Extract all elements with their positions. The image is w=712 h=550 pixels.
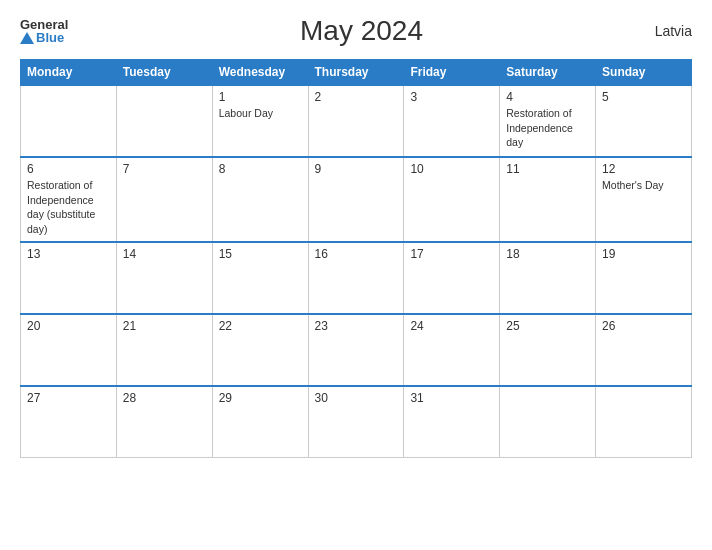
day-number: 1 xyxy=(219,90,302,104)
calendar-cell: 28 xyxy=(116,386,212,458)
month-title: May 2024 xyxy=(300,15,423,47)
col-monday: Monday xyxy=(21,60,117,86)
day-number: 16 xyxy=(315,247,398,261)
calendar-cell: 27 xyxy=(21,386,117,458)
calendar-cell: 7 xyxy=(116,157,212,242)
calendar-cell: 23 xyxy=(308,314,404,386)
calendar-cell: 14 xyxy=(116,242,212,314)
calendar-cell: 3 xyxy=(404,85,500,157)
col-thursday: Thursday xyxy=(308,60,404,86)
calendar-cell xyxy=(21,85,117,157)
day-number: 30 xyxy=(315,391,398,405)
calendar-event: Restoration of Independence day (substit… xyxy=(27,179,95,235)
calendar-cell: 29 xyxy=(212,386,308,458)
calendar-cell xyxy=(116,85,212,157)
day-number: 25 xyxy=(506,319,589,333)
logo-blue-text: Blue xyxy=(20,31,68,44)
calendar-cell: 18 xyxy=(500,242,596,314)
day-number: 10 xyxy=(410,162,493,176)
calendar-week-3: 13141516171819 xyxy=(21,242,692,314)
day-number: 8 xyxy=(219,162,302,176)
day-number: 2 xyxy=(315,90,398,104)
day-number: 4 xyxy=(506,90,589,104)
calendar-cell: 15 xyxy=(212,242,308,314)
calendar-header-row: Monday Tuesday Wednesday Thursday Friday… xyxy=(21,60,692,86)
calendar-cell: 16 xyxy=(308,242,404,314)
calendar-week-5: 2728293031 xyxy=(21,386,692,458)
calendar-cell: 2 xyxy=(308,85,404,157)
calendar-cell: 4Restoration of Independence day xyxy=(500,85,596,157)
col-friday: Friday xyxy=(404,60,500,86)
day-number: 5 xyxy=(602,90,685,104)
day-number: 27 xyxy=(27,391,110,405)
day-number: 19 xyxy=(602,247,685,261)
calendar-cell: 6Restoration of Independence day (substi… xyxy=(21,157,117,242)
day-number: 15 xyxy=(219,247,302,261)
day-number: 24 xyxy=(410,319,493,333)
calendar-event: Restoration of Independence day xyxy=(506,107,573,148)
calendar-cell: 22 xyxy=(212,314,308,386)
calendar-week-1: 1Labour Day234Restoration of Independenc… xyxy=(21,85,692,157)
page: General Blue May 2024 Latvia Monday Tues… xyxy=(0,0,712,550)
day-number: 12 xyxy=(602,162,685,176)
day-number: 31 xyxy=(410,391,493,405)
calendar-cell: 25 xyxy=(500,314,596,386)
day-number: 22 xyxy=(219,319,302,333)
calendar-cell: 21 xyxy=(116,314,212,386)
calendar-cell: 31 xyxy=(404,386,500,458)
header: General Blue May 2024 Latvia xyxy=(20,15,692,47)
country-label: Latvia xyxy=(655,23,692,39)
day-number: 9 xyxy=(315,162,398,176)
calendar-cell: 26 xyxy=(596,314,692,386)
calendar-cell: 9 xyxy=(308,157,404,242)
calendar: Monday Tuesday Wednesday Thursday Friday… xyxy=(20,59,692,458)
calendar-event: Mother's Day xyxy=(602,179,664,191)
logo-triangle-icon xyxy=(20,32,34,44)
calendar-cell: 8 xyxy=(212,157,308,242)
calendar-cell: 20 xyxy=(21,314,117,386)
day-number: 29 xyxy=(219,391,302,405)
calendar-week-2: 6Restoration of Independence day (substi… xyxy=(21,157,692,242)
calendar-cell: 10 xyxy=(404,157,500,242)
logo: General Blue xyxy=(20,18,68,44)
calendar-cell xyxy=(500,386,596,458)
calendar-week-4: 20212223242526 xyxy=(21,314,692,386)
day-number: 3 xyxy=(410,90,493,104)
day-number: 18 xyxy=(506,247,589,261)
calendar-cell: 11 xyxy=(500,157,596,242)
col-sunday: Sunday xyxy=(596,60,692,86)
calendar-cell: 19 xyxy=(596,242,692,314)
day-number: 13 xyxy=(27,247,110,261)
calendar-cell: 12Mother's Day xyxy=(596,157,692,242)
calendar-cell: 30 xyxy=(308,386,404,458)
day-number: 11 xyxy=(506,162,589,176)
calendar-cell: 13 xyxy=(21,242,117,314)
calendar-event: Labour Day xyxy=(219,107,273,119)
day-number: 7 xyxy=(123,162,206,176)
day-number: 17 xyxy=(410,247,493,261)
calendar-cell: 5 xyxy=(596,85,692,157)
calendar-cell: 1Labour Day xyxy=(212,85,308,157)
day-number: 14 xyxy=(123,247,206,261)
col-tuesday: Tuesday xyxy=(116,60,212,86)
day-number: 28 xyxy=(123,391,206,405)
day-number: 6 xyxy=(27,162,110,176)
day-number: 23 xyxy=(315,319,398,333)
day-number: 20 xyxy=(27,319,110,333)
day-number: 21 xyxy=(123,319,206,333)
calendar-cell: 17 xyxy=(404,242,500,314)
col-wednesday: Wednesday xyxy=(212,60,308,86)
calendar-cell: 24 xyxy=(404,314,500,386)
day-number: 26 xyxy=(602,319,685,333)
col-saturday: Saturday xyxy=(500,60,596,86)
calendar-cell xyxy=(596,386,692,458)
